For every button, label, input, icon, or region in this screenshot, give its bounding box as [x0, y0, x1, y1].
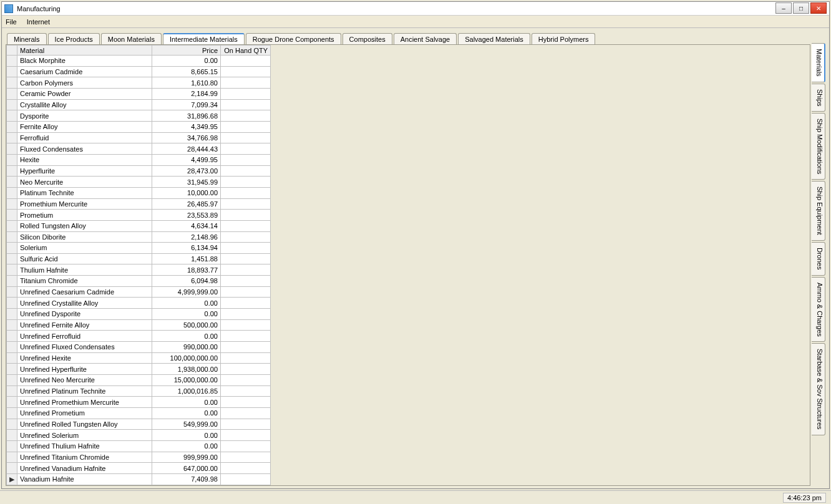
cell-material[interactable]: Unrefined Dysporite: [17, 309, 152, 320]
cell-qty[interactable]: [221, 121, 271, 132]
cell-qty[interactable]: [221, 463, 271, 474]
col-material[interactable]: Material: [17, 46, 152, 56]
cell-material[interactable]: Carbon Polymers: [17, 77, 152, 89]
cell-material[interactable]: Solerium: [17, 243, 152, 254]
table-row[interactable]: Rolled Tungsten Alloy4,634.14: [7, 220, 271, 231]
cell-qty[interactable]: [221, 276, 271, 287]
cell-material[interactable]: Unrefined Thulium Hafnite: [17, 440, 152, 452]
titlebar[interactable]: Manufacturing – □ ✕: [2, 2, 829, 16]
cell-material[interactable]: Prometium: [17, 210, 152, 221]
cell-material[interactable]: Promethium Mercurite: [17, 198, 152, 210]
table-row[interactable]: Hyperflurite28,473.00: [7, 165, 271, 177]
cell-qty[interactable]: [221, 253, 271, 264]
cell-price[interactable]: 0.00: [152, 430, 221, 441]
cell-price[interactable]: 0.00: [152, 397, 221, 408]
cell-qty[interactable]: [221, 352, 271, 364]
table-row[interactable]: Unrefined Ferrofluid0.00: [7, 331, 271, 342]
cell-qty[interactable]: [221, 298, 271, 309]
tab-salvaged-materials[interactable]: Salvaged Materials: [458, 33, 530, 44]
cell-price[interactable]: 1,451.88: [152, 253, 221, 264]
cell-qty[interactable]: [221, 132, 271, 143]
cell-material[interactable]: Unrefined Rolled Tungsten Alloy: [17, 419, 152, 430]
tab-minerals[interactable]: Minerals: [7, 33, 47, 44]
table-row[interactable]: Unrefined Caesarium Cadmide4,999,999.00: [7, 286, 271, 298]
menu-internet[interactable]: Internet: [27, 18, 50, 26]
maximize-button[interactable]: □: [793, 2, 809, 14]
table-row[interactable]: Unrefined Crystallite Alloy0.00: [7, 298, 271, 309]
cell-price[interactable]: 8,665.15: [152, 66, 221, 77]
cell-material[interactable]: Unrefined Platinum Technite: [17, 385, 152, 397]
cell-material[interactable]: Vanadium Hafnite: [17, 473, 152, 485]
cell-material[interactable]: Unrefined Caesarium Cadmide: [17, 286, 152, 298]
side-tab-ship-equipment[interactable]: Ship Equipment: [812, 181, 825, 241]
cell-qty[interactable]: [221, 231, 271, 243]
cell-qty[interactable]: [221, 309, 271, 320]
cell-price[interactable]: 4,634.14: [152, 220, 221, 231]
cell-qty[interactable]: [221, 408, 271, 419]
cell-material[interactable]: Unrefined Ferrofluid: [17, 331, 152, 342]
cell-price[interactable]: 0.00: [152, 298, 221, 309]
cell-price[interactable]: 999,999.00: [152, 452, 221, 463]
cell-material[interactable]: Unrefined Hyperflurite: [17, 364, 152, 375]
cell-qty[interactable]: [221, 319, 271, 331]
materials-grid[interactable]: Material Price On Hand QTY Black Morphit…: [6, 45, 271, 485]
side-tab-ammo-charges[interactable]: Ammo & Charges: [812, 277, 825, 342]
cell-qty[interactable]: [221, 165, 271, 177]
cell-price[interactable]: 34,766.98: [152, 132, 221, 143]
cell-material[interactable]: Unrefined Prometium: [17, 408, 152, 419]
cell-qty[interactable]: [221, 66, 271, 77]
table-row[interactable]: Solerium6,134.94: [7, 243, 271, 254]
cell-qty[interactable]: [221, 440, 271, 452]
side-tab-starbase-sov-structures[interactable]: Starbase & Sov Structures: [812, 343, 825, 435]
cell-qty[interactable]: [221, 56, 271, 67]
cell-material[interactable]: Black Morphite: [17, 56, 152, 67]
cell-material[interactable]: Hexite: [17, 154, 152, 165]
minimize-button[interactable]: –: [775, 2, 792, 14]
tab-composites[interactable]: Composites: [343, 33, 392, 44]
table-row[interactable]: Caesarium Cadmide8,665.15: [7, 66, 271, 77]
table-row[interactable]: Unrefined Rolled Tungsten Alloy549,999.0…: [7, 419, 271, 430]
cell-qty[interactable]: [221, 331, 271, 342]
cell-qty[interactable]: [221, 187, 271, 198]
cell-price[interactable]: 0.00: [152, 56, 221, 67]
col-price[interactable]: Price: [152, 46, 221, 56]
cell-price[interactable]: 0.00: [152, 408, 221, 419]
table-row[interactable]: Sulfuric Acid1,451.88: [7, 253, 271, 264]
table-row[interactable]: Unrefined Thulium Hafnite0.00: [7, 440, 271, 452]
cell-qty[interactable]: [221, 110, 271, 122]
cell-price[interactable]: 7,099.34: [152, 99, 221, 110]
close-button[interactable]: ✕: [810, 2, 827, 14]
cell-price[interactable]: 6,094.98: [152, 276, 221, 287]
table-row[interactable]: Promethium Mercurite26,485.97: [7, 198, 271, 210]
col-qty[interactable]: On Hand QTY: [221, 46, 271, 56]
side-tab-materials[interactable]: Materials: [812, 43, 825, 82]
table-row[interactable]: Unrefined Vanadium Hafnite647,000.00: [7, 463, 271, 474]
cell-material[interactable]: Fernite Alloy: [17, 121, 152, 132]
cell-qty[interactable]: [221, 385, 271, 397]
cell-material[interactable]: Sulfuric Acid: [17, 253, 152, 264]
cell-price[interactable]: 28,473.00: [152, 165, 221, 177]
cell-material[interactable]: Neo Mercurite: [17, 177, 152, 188]
side-tab-ship-modifications[interactable]: Ship Modifications: [812, 113, 825, 180]
tab-ancient-salvage[interactable]: Ancient Salvage: [394, 33, 457, 44]
table-row[interactable]: Unrefined Promethium Mercurite0.00: [7, 397, 271, 408]
cell-price[interactable]: 1,000,016.85: [152, 385, 221, 397]
cell-material[interactable]: Unrefined Hexite: [17, 352, 152, 364]
cell-material[interactable]: Hyperflurite: [17, 165, 152, 177]
cell-qty[interactable]: [221, 154, 271, 165]
cell-price[interactable]: 647,000.00: [152, 463, 221, 474]
tab-rogue-drone-components[interactable]: Rogue Drone Components: [246, 33, 341, 44]
tab-intermediate-materials[interactable]: Intermediate Materials: [163, 33, 245, 44]
cell-material[interactable]: Titanium Chromide: [17, 276, 152, 287]
cell-price[interactable]: 6,134.94: [152, 243, 221, 254]
table-row[interactable]: Dysporite31,896.68: [7, 110, 271, 122]
cell-qty[interactable]: [221, 419, 271, 430]
cell-material[interactable]: Unrefined Fluxed Condensates: [17, 342, 152, 353]
cell-qty[interactable]: [221, 198, 271, 210]
cell-material[interactable]: Crystallite Alloy: [17, 99, 152, 110]
side-tab-ships[interactable]: Ships: [812, 84, 825, 112]
cell-material[interactable]: Unrefined Fernite Alloy: [17, 319, 152, 331]
cell-qty[interactable]: [221, 473, 271, 485]
cell-price[interactable]: 10,000.00: [152, 187, 221, 198]
cell-qty[interactable]: [221, 430, 271, 441]
